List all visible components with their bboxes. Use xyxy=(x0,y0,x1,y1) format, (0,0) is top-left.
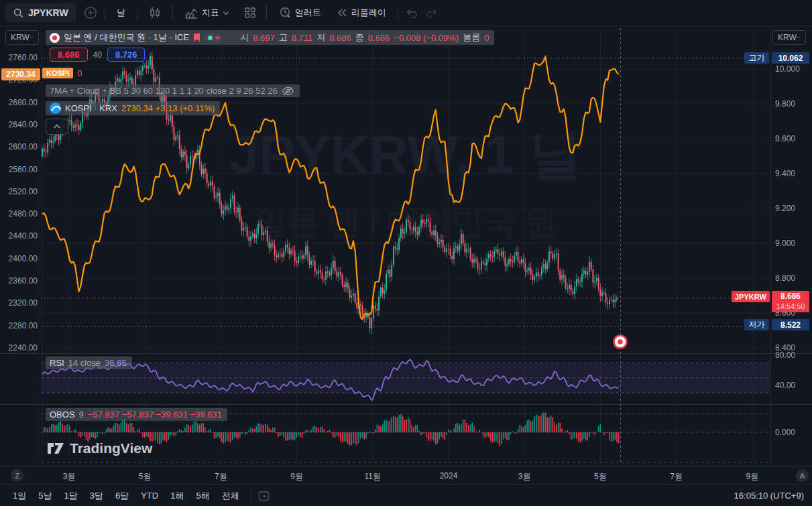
high-label: 고 xyxy=(279,31,288,44)
interval-button[interactable]: 날 xyxy=(112,3,130,22)
range-button-1달[interactable]: 1달 xyxy=(59,487,82,505)
eye-off-icon[interactable] xyxy=(282,86,294,96)
main-symbol-legend[interactable]: 일본 엔 / 대한민국 원 · 1날 · ICE ≈ 시8.697 고8.711… xyxy=(46,30,494,45)
rsi-value: 36.65 xyxy=(105,358,127,368)
obos-values: −57.837 −57.837 −39.631 −39.631 xyxy=(88,409,222,420)
obos-legend[interactable]: OBOS 9 −57.837 −57.837 −39.631 −39.631 xyxy=(46,408,227,421)
bid-button[interactable]: 8.686 xyxy=(50,48,88,62)
tradingview-logo[interactable]: TradingView xyxy=(47,440,152,456)
range-button-YTD[interactable]: YTD xyxy=(136,488,163,503)
bottom-divider xyxy=(251,489,251,503)
right-currency-dropdown[interactable]: KRW xyxy=(772,30,806,45)
search-icon xyxy=(13,8,23,18)
low-price-value: 8.522 xyxy=(772,319,809,330)
range-button-3달[interactable]: 3달 xyxy=(85,487,108,505)
symbol-search-button[interactable]: JPYKRW xyxy=(5,3,76,22)
open-label: 시 xyxy=(240,31,249,44)
bottom-toolbar: 1일5날1달3달6달YTD1해5해전체 16:05:10 (UTC+9) xyxy=(0,485,812,506)
volume-label: 볼륨 xyxy=(463,31,480,44)
left-currency-dropdown[interactable]: KRW xyxy=(5,30,39,45)
bid-ask-widget: 8.686 40 8.726 xyxy=(50,48,145,62)
low-value: 8.686 xyxy=(329,33,351,43)
axis-label: 2520.00 xyxy=(9,187,38,196)
redo-icon[interactable] xyxy=(425,7,439,19)
indicators-button[interactable]: 지표 xyxy=(180,3,234,22)
rsi-name: RSI xyxy=(50,358,64,368)
goto-date-icon[interactable] xyxy=(258,490,270,501)
kospi-logo-icon xyxy=(50,103,61,114)
axis-label: 8.800 xyxy=(775,273,795,283)
chevron-down-icon xyxy=(797,36,801,40)
layout-grid-icon[interactable] xyxy=(241,7,259,19)
replay-icon xyxy=(337,8,348,17)
compare-add-icon[interactable] xyxy=(83,5,98,20)
axis-label: 2440.00 xyxy=(9,231,38,241)
axis-label: 80.00 xyxy=(775,351,795,360)
tradingview-app: JPYKRW 날 지표 xyxy=(0,0,812,506)
tradingview-logo-text: TradingView xyxy=(70,440,152,456)
symbol-name: JPYKRW xyxy=(28,7,68,18)
axis-label: 9.600 xyxy=(775,134,795,143)
low-label: 저 xyxy=(316,31,325,44)
axis-label: 9.400 xyxy=(775,169,795,178)
axis-label: 0.000 xyxy=(775,428,795,437)
time-axis-label: 9월 xyxy=(746,471,758,483)
top-toolbar: JPYKRW 날 지표 xyxy=(0,0,812,26)
replay-button[interactable]: 리플레이 xyxy=(333,3,391,22)
change-value: −0.008 (−0.09%) xyxy=(394,33,459,43)
time-axis-label: 5월 xyxy=(594,471,607,483)
axis-label: 2680.00 xyxy=(9,98,38,107)
range-button-5날[interactable]: 5날 xyxy=(34,487,56,505)
flag-bookmark-icon[interactable] xyxy=(193,34,200,42)
timezone-button[interactable]: Z xyxy=(11,469,23,482)
close-value: 8.686 xyxy=(368,33,390,43)
axis-label: 9.200 xyxy=(775,204,795,213)
interval-label: 날 xyxy=(117,7,125,19)
alert-button[interactable]: 얼러트 xyxy=(274,3,326,22)
high-value: 8.711 xyxy=(292,33,313,43)
high-price-flag: 고가 xyxy=(744,52,769,64)
replay-label: 리플레이 xyxy=(351,7,386,19)
axis-label: 2400.00 xyxy=(9,254,38,263)
kospi-scale-tag[interactable]: KOSPI xyxy=(42,68,73,78)
obos-params: 9 xyxy=(79,409,84,420)
rsi-pane-decorations xyxy=(42,363,770,393)
auto-scale-button[interactable]: A xyxy=(796,469,809,482)
rsi-legend[interactable]: RSI 14 close 36.65 xyxy=(46,357,132,369)
axis-label: 40.00 xyxy=(775,381,795,390)
hidden-indicator-text: 7MA + Cloud + BB 5 30 60 120 1 1 1 20 cl… xyxy=(50,86,278,96)
indicators-label: 지표 xyxy=(202,7,219,19)
toolbar-divider xyxy=(137,5,137,20)
range-button-1일[interactable]: 1일 xyxy=(8,487,31,505)
collapse-legend-button[interactable] xyxy=(46,119,68,135)
right-currency-label: KRW xyxy=(778,33,797,42)
legend-title: 일본 엔 / 대한민국 원 · 1날 · ICE xyxy=(64,31,189,44)
undo-icon[interactable] xyxy=(405,7,418,19)
range-button-1해[interactable]: 1해 xyxy=(166,487,188,505)
range-button-6달[interactable]: 6달 xyxy=(111,487,133,505)
japan-flag-icon xyxy=(50,33,60,43)
volume-value: 0 xyxy=(484,33,489,43)
axis-label: 9.000 xyxy=(775,239,795,248)
toolbar-divider xyxy=(266,5,267,20)
clock[interactable]: 16:05:10 (UTC+9) xyxy=(734,491,804,501)
hidden-indicator-legend[interactable]: 7MA + Cloud + BB 5 30 60 120 1 1 1 20 cl… xyxy=(46,84,300,97)
tradingview-logo-icon xyxy=(47,440,64,456)
kospi-last-price-label: 2730.34 xyxy=(1,68,40,80)
time-axis[interactable]: Z A 3월5월7월9월11월20243월5월7월9월 xyxy=(0,466,812,485)
axis-label: 9.800 xyxy=(775,99,795,109)
last-price-box: 8.686 14:54:50 xyxy=(772,291,809,312)
chart-style-icon[interactable] xyxy=(144,6,166,19)
axis-label: 2640.00 xyxy=(9,120,38,129)
kospi-legend-name: KOSPI · KRX xyxy=(65,103,117,113)
kospi-legend[interactable]: KOSPI · KRX 2730.34 +3.13 (+0.11%) xyxy=(46,101,220,115)
time-axis-label: 11월 xyxy=(365,471,381,483)
axis-label: 2240.00 xyxy=(9,343,38,353)
event-marker xyxy=(614,336,627,349)
range-button-5해[interactable]: 5해 xyxy=(191,487,214,505)
time-axis-label: 9월 xyxy=(290,471,303,483)
toolbar-divider xyxy=(398,5,398,20)
ask-button[interactable]: 8.726 xyxy=(107,48,146,62)
range-button-전체[interactable]: 전체 xyxy=(217,487,244,505)
left-currency-label: KRW xyxy=(11,33,30,42)
